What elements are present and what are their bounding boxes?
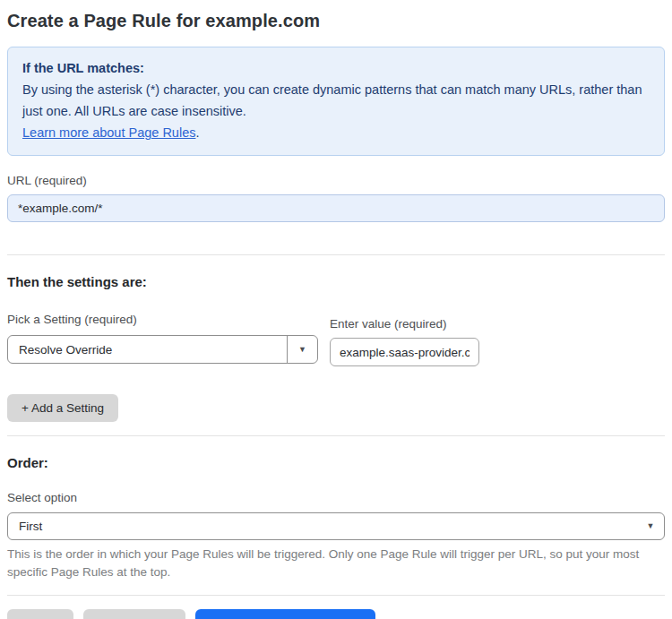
divider [7, 595, 665, 596]
save-and-deploy-button[interactable]: Save and Deploy Page Rule [195, 609, 376, 619]
order-select[interactable]: First ▼ [7, 512, 665, 540]
learn-more-link[interactable]: Learn more about Page Rules [22, 125, 195, 140]
order-help-text: This is the order in which your Page Rul… [7, 546, 652, 581]
setting-value-column: Enter value (required) [330, 311, 479, 366]
value-input-label: Enter value (required) [330, 317, 479, 331]
divider [7, 435, 665, 436]
chevron-down-icon: ▼ [647, 522, 655, 530]
setting-select-column: Pick a Setting (required) Resolve Overri… [7, 311, 318, 364]
setting-select[interactable]: Resolve Override ▼ [7, 335, 318, 364]
setting-select-label: Pick a Setting (required) [7, 313, 137, 326]
cancel-button[interactable]: Cancel [7, 609, 73, 619]
url-field-group: URL (required) [7, 172, 665, 222]
page-title: Create a Page Rule for example.com [7, 11, 665, 31]
link-suffix: . [195, 125, 199, 140]
create-page-rule-form: Create a Page Rule for example.com If th… [0, 0, 672, 619]
url-input[interactable] [7, 194, 665, 222]
setting-select-value: Resolve Override [8, 336, 287, 363]
info-box-body: By using the asterisk (*) character, you… [22, 79, 650, 122]
setting-row: Pick a Setting (required) Resolve Overri… [7, 311, 665, 366]
order-select-label: Select option [7, 491, 665, 504]
order-select-arrow-box[interactable]: ▼ [637, 513, 664, 539]
chevron-down-icon: ▼ [298, 346, 306, 354]
settings-section-heading: Then the settings are: [7, 274, 665, 289]
setting-value-input[interactable] [330, 338, 479, 366]
order-section-heading: Order: [7, 455, 665, 470]
order-select-value: First [8, 513, 637, 539]
save-as-draft-button[interactable]: Save as Draft [83, 609, 185, 619]
url-field-label: URL (required) [7, 174, 87, 187]
url-match-info-box: If the URL matches: By using the asteris… [7, 47, 665, 156]
form-actions: Cancel Save as Draft Save and Deploy Pag… [7, 609, 665, 619]
setting-select-arrow-box[interactable]: ▼ [287, 336, 317, 363]
info-box-link-line: Learn more about Page Rules. [22, 122, 650, 143]
divider [7, 254, 665, 255]
add-setting-button[interactable]: + Add a Setting [7, 394, 118, 422]
info-box-heading: If the URL matches: [22, 57, 650, 79]
